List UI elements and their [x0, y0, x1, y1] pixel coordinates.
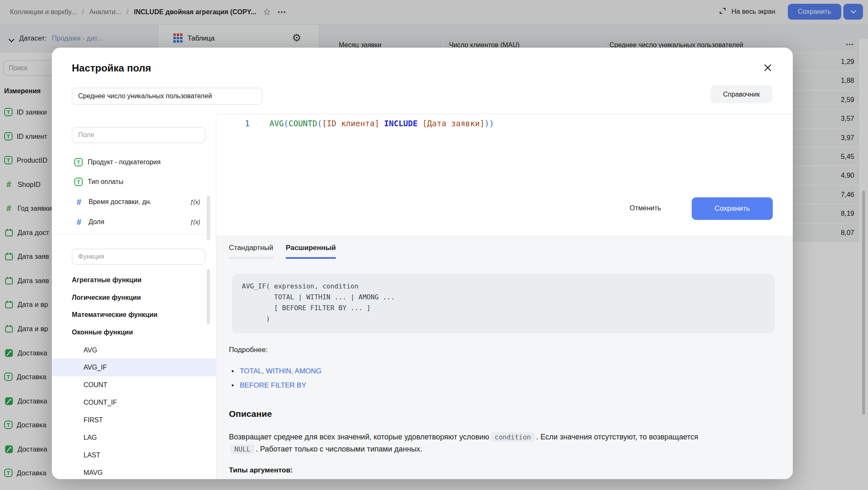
formula-code[interactable]: AVG(COUNTD([ID клиента] INCLUDE [Дата за…: [269, 119, 494, 128]
formula-token: COUNTD: [289, 119, 317, 128]
description-text: Возвращает среднее для всех значений, ко…: [229, 433, 489, 441]
formula-token: [418, 119, 422, 128]
formula-token: ): [489, 119, 494, 128]
description-text: . Если значения отсутствуют, то возвраща…: [536, 433, 698, 441]
field-settings-modal: Настройка поля Справочник TПродукт - под…: [52, 48, 793, 479]
function-category[interactable]: Логические функции: [52, 289, 216, 306]
argument-types-label: Типы аргументов:: [229, 466, 293, 475]
formula-token: INCLUDE: [384, 119, 418, 128]
function-category[interactable]: Агрегатные функции: [52, 271, 216, 289]
function-category[interactable]: Оконные функции: [52, 324, 216, 341]
function-category[interactable]: Математические функции: [52, 306, 216, 324]
doc-links: •TOTAL, WITHIN, AMONG•BEFORE FILTER BY: [231, 364, 322, 393]
app: Коллекции и воркбу.../Аналити.../INCLUDE…: [0, 0, 868, 490]
function-list-scrollbar[interactable]: [207, 269, 210, 324]
formula-editor[interactable]: 1 AVG(COUNTD([ID клиента] INCLUDE [Дата …: [216, 114, 793, 235]
formula-token: AVG: [269, 119, 284, 128]
inline-code-chip: NULL: [231, 444, 254, 454]
function-item[interactable]: MAVG: [52, 464, 216, 482]
bullet: •: [231, 381, 234, 390]
description-paragraph: Возвращает среднее для всех значений, ко…: [229, 431, 784, 455]
help-tabs: СтандартныйРасширенный: [229, 244, 336, 259]
formula-token: [ID клиента]: [322, 119, 379, 128]
doc-link-row: •BEFORE FILTER BY: [231, 378, 322, 393]
function-item[interactable]: FIRST: [52, 411, 216, 429]
line-number: 1: [242, 119, 253, 128]
bullet: •: [231, 367, 234, 375]
function-signature-block: AVG_IF( expression, condition TOTAL | WI…: [232, 274, 775, 333]
function-item[interactable]: COUNT: [52, 376, 216, 394]
description-text: . Работает только с числовыми типами дан…: [256, 445, 423, 453]
function-item[interactable]: LAST: [52, 447, 216, 464]
function-item[interactable]: LAG: [52, 429, 216, 447]
description-title: Описание: [229, 409, 272, 419]
formula-token: [Дата заявки]: [422, 119, 485, 128]
doc-link[interactable]: TOTAL, WITHIN, AMONG: [240, 367, 322, 375]
modal-save-button[interactable]: Сохранить: [692, 197, 773, 220]
formula-token: (: [284, 119, 288, 128]
formula-token: ): [485, 119, 489, 128]
function-item[interactable]: COUNT_IF: [52, 394, 216, 411]
function-item[interactable]: AVG: [52, 342, 216, 359]
cancel-button[interactable]: Отменить: [616, 199, 675, 216]
tab-advanced[interactable]: Расширенный: [286, 244, 336, 259]
doc-link-row: •TOTAL, WITHIN, AMONG: [231, 364, 322, 378]
formula-token: [379, 119, 384, 128]
function-help-panel: СтандартныйРасширенный AVG_IF( expressio…: [216, 235, 793, 479]
function-signature: AVG_IF( expression, condition TOTAL | WI…: [232, 274, 775, 332]
inline-code-chip: condition: [491, 432, 535, 442]
doc-link[interactable]: BEFORE FILTER BY: [240, 381, 306, 390]
more-label: Подробнее:: [229, 346, 268, 354]
tab-standard[interactable]: Стандартный: [229, 244, 273, 259]
function-item[interactable]: AVG_IF: [52, 359, 216, 376]
formula-token: (: [317, 119, 322, 128]
